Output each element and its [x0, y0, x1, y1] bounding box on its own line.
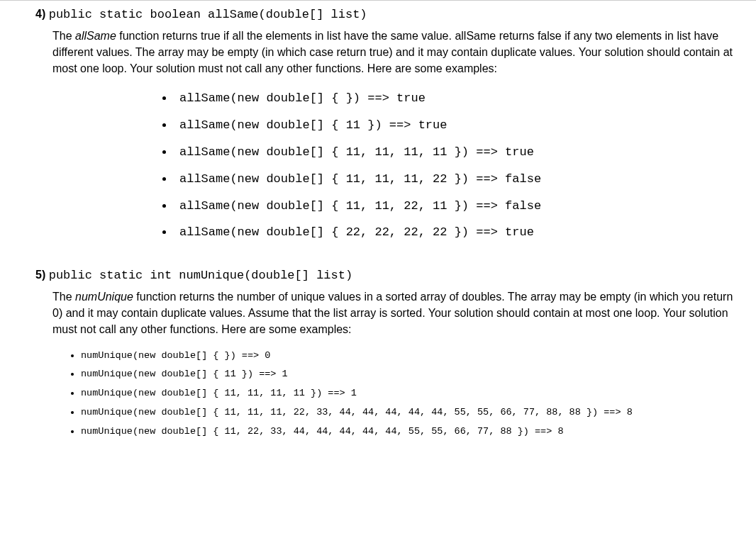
- question-5-description: The numUnique function returns the numbe…: [52, 288, 735, 338]
- question-5-examples: numUnique(new double[] { }) ==> 0 numUni…: [52, 347, 735, 442]
- question-5-header: 5) public static int numUnique(double[] …: [35, 267, 735, 284]
- desc-text-post: function returns true if all the element…: [52, 30, 733, 74]
- example-item: allSame(new double[] { 11, 11, 11, 22 })…: [174, 166, 735, 193]
- question-4: 4) public static boolean allSame(double[…: [35, 6, 735, 246]
- question-4-signature: public static boolean allSame(double[] l…: [49, 8, 367, 21]
- question-5-number: 5): [35, 269, 45, 281]
- example-item: numUnique(new double[] { 11, 22, 33, 44,…: [81, 422, 735, 442]
- function-name: allSame: [75, 30, 116, 42]
- desc-text-pre: The: [52, 30, 75, 42]
- question-5-signature: public static int numUnique(double[] lis…: [49, 269, 352, 282]
- example-item: allSame(new double[] { 11, 11, 11, 11 })…: [174, 139, 735, 166]
- example-item: allSame(new double[] { 11, 11, 22, 11 })…: [174, 193, 735, 220]
- example-item: allSame(new double[] { 22, 22, 22, 22 })…: [174, 219, 735, 246]
- function-name: numUnique: [75, 291, 133, 303]
- question-4-header: 4) public static boolean allSame(double[…: [35, 6, 735, 23]
- example-item: allSame(new double[] { 11 }) ==> true: [174, 112, 735, 139]
- example-item: numUnique(new double[] { }) ==> 0: [81, 347, 735, 366]
- desc-text-pre: The: [52, 291, 75, 303]
- example-item: numUnique(new double[] { 11, 11, 11, 11 …: [81, 384, 735, 403]
- page-divider: [0, 0, 756, 1]
- question-4-description: The allSame function returns true if all…: [52, 28, 735, 77]
- question-4-examples: allSame(new double[] { }) ==> true allSa…: [35, 85, 735, 246]
- question-4-number: 4): [35, 8, 45, 20]
- question-5: 5) public static int numUnique(double[] …: [35, 267, 735, 442]
- example-item: numUnique(new double[] { 11 }) ==> 1: [81, 365, 735, 384]
- desc-text-post: function returns the number of unique va…: [52, 291, 733, 335]
- example-item: allSame(new double[] { }) ==> true: [174, 85, 735, 112]
- example-item: numUnique(new double[] { 11, 11, 11, 22,…: [81, 403, 735, 422]
